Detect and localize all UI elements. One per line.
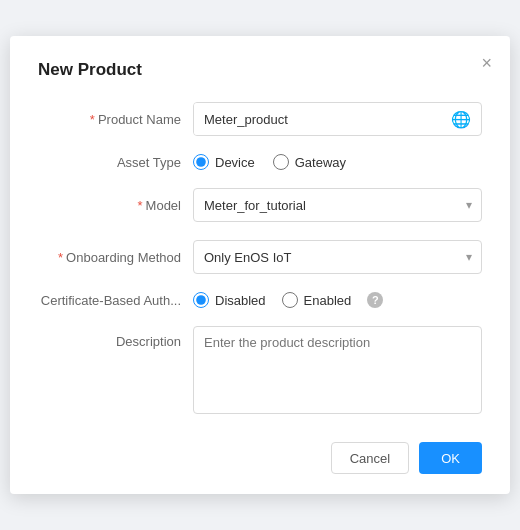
onboarding-method-select[interactable]: Only EnOS IoT [193,240,482,274]
required-star: * [90,112,95,127]
onboarding-method-row: *Onboarding Method Only EnOS IoT ▾ [38,240,482,274]
description-row: Description [38,326,482,414]
cancel-button[interactable]: Cancel [331,442,409,474]
certificate-auth-row: Certificate-Based Auth... Disabled Enabl… [38,292,482,308]
new-product-dialog: × New Product *Product Name 🌐 Asset Type… [10,36,510,494]
asset-type-radio-group: Device Gateway [193,154,482,170]
asset-type-gateway-option[interactable]: Gateway [273,154,346,170]
certificate-auth-options: Disabled Enabled ? [193,292,383,308]
product-name-label: *Product Name [38,112,193,127]
description-label: Description [38,326,193,349]
asset-type-device-option[interactable]: Device [193,154,255,170]
certificate-auth-label: Certificate-Based Auth... [38,293,193,308]
dialog-title: New Product [38,60,482,80]
product-name-row: *Product Name 🌐 [38,102,482,136]
description-textarea[interactable] [193,326,482,414]
cert-disabled-radio[interactable] [193,292,209,308]
cert-enabled-option[interactable]: Enabled [282,292,352,308]
asset-type-row: Asset Type Device Gateway [38,154,482,170]
model-select-wrapper: Meter_for_tutorial ▾ [193,188,482,222]
onboarding-method-label: *Onboarding Method [38,250,193,265]
dialog-footer: Cancel OK [38,438,482,474]
model-select[interactable]: Meter_for_tutorial [193,188,482,222]
cert-enabled-label: Enabled [304,293,352,308]
cert-enabled-radio[interactable] [282,292,298,308]
asset-type-device-radio[interactable] [193,154,209,170]
asset-type-gateway-radio[interactable] [273,154,289,170]
required-star-model: * [138,198,143,213]
asset-type-gateway-label: Gateway [295,155,346,170]
cert-disabled-label: Disabled [215,293,266,308]
asset-type-label: Asset Type [38,155,193,170]
help-icon[interactable]: ? [367,292,383,308]
ok-button[interactable]: OK [419,442,482,474]
model-label: *Model [38,198,193,213]
asset-type-device-label: Device [215,155,255,170]
required-star-onboarding: * [58,250,63,265]
close-button[interactable]: × [481,54,492,72]
product-name-input[interactable] [194,103,441,135]
cert-disabled-option[interactable]: Disabled [193,292,266,308]
onboarding-select-wrapper: Only EnOS IoT ▾ [193,240,482,274]
model-row: *Model Meter_for_tutorial ▾ [38,188,482,222]
globe-icon[interactable]: 🌐 [441,110,481,129]
product-name-input-wrapper: 🌐 [193,102,482,136]
